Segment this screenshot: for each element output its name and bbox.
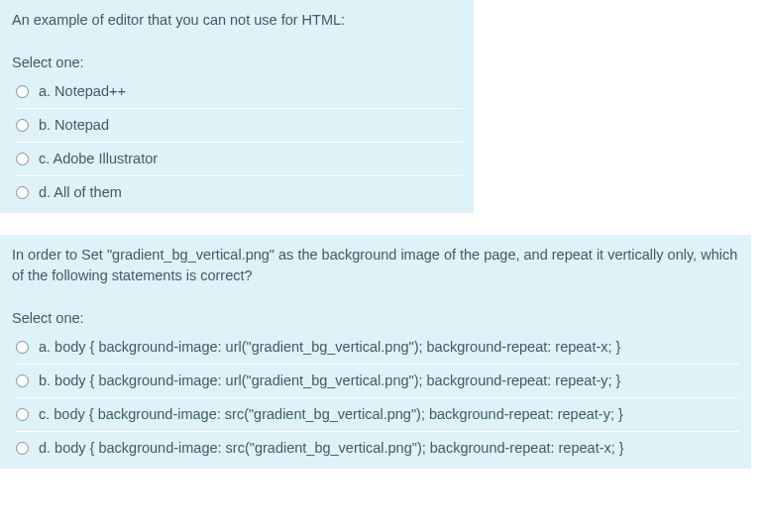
radio-icon[interactable] [16, 374, 29, 387]
radio-icon[interactable] [16, 408, 29, 421]
question-1-options: a. Notepad++ b. Notepad c. Adobe Illustr… [12, 75, 462, 213]
option-label: b. Notepad [39, 115, 109, 136]
option-label: a. body { background-image: url("gradien… [39, 337, 620, 358]
radio-icon[interactable] [16, 341, 29, 354]
radio-icon[interactable] [16, 119, 29, 132]
option-d[interactable]: d. body { background-image: src("gradien… [16, 432, 739, 469]
question-2-text: In order to Set "gradient_bg_vertical.pn… [12, 245, 739, 300]
radio-icon[interactable] [16, 85, 29, 98]
option-label: c. Adobe Illustrator [39, 149, 158, 169]
select-one-label: Select one: [12, 45, 462, 75]
option-d[interactable]: d. All of them [16, 176, 462, 213]
option-a[interactable]: a. body { background-image: url("gradien… [16, 331, 739, 365]
select-one-label: Select one: [12, 300, 739, 331]
option-label: c. body { background-image: src("gradien… [39, 404, 623, 425]
option-label: a. Notepad++ [39, 81, 126, 102]
question-1: An example of editor that you can not us… [0, 0, 474, 213]
option-b[interactable]: b. body { background-image: url("gradien… [16, 365, 739, 398]
question-2-options: a. body { background-image: url("gradien… [12, 331, 739, 469]
radio-icon[interactable] [16, 153, 29, 165]
option-label: d. All of them [39, 182, 122, 203]
option-a[interactable]: a. Notepad++ [16, 75, 462, 109]
option-b[interactable]: b. Notepad [16, 109, 462, 143]
radio-icon[interactable] [16, 442, 29, 455]
option-label: d. body { background-image: src("gradien… [39, 438, 624, 459]
question-2: In order to Set "gradient_bg_vertical.pn… [0, 235, 751, 469]
option-c[interactable]: c. Adobe Illustrator [16, 143, 462, 176]
option-c[interactable]: c. body { background-image: src("gradien… [16, 398, 739, 432]
question-1-text: An example of editor that you can not us… [12, 10, 462, 45]
radio-icon[interactable] [16, 186, 29, 199]
option-label: b. body { background-image: url("gradien… [39, 371, 620, 391]
